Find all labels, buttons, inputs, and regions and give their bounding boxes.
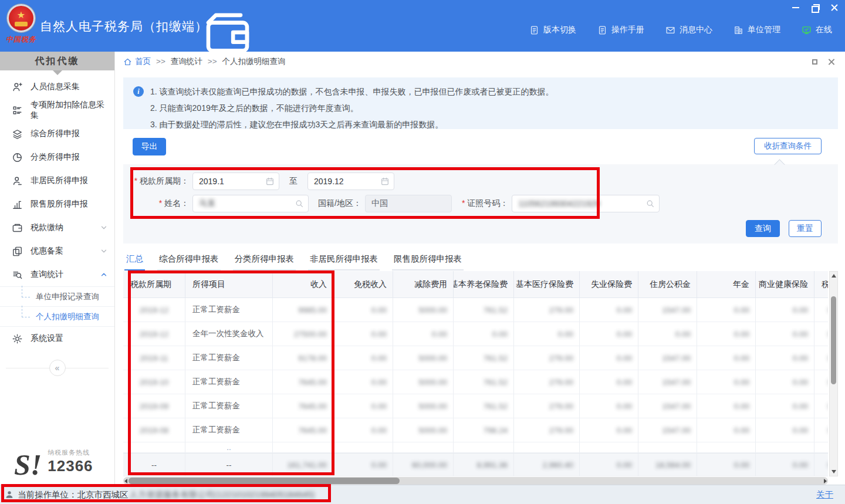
doc-icon [597, 25, 607, 35]
nav-item-1[interactable]: 版本切换 [529, 25, 576, 35]
column-header-6: 基本养老保险费 [454, 271, 514, 298]
cell-value: 0.00 [580, 322, 638, 346]
cell-value: 761.52 [454, 370, 514, 394]
sidebar-item-10[interactable]: 系统设置 [0, 327, 114, 350]
notice-line-3: 3. 由于数据处理的滞后性，建议您在申报成功3天之后再来查询最新的申报数据。 [150, 116, 829, 133]
cell-income-item: 全年一次性奖金收入 [185, 322, 273, 346]
period-to-input[interactable]: 2019.12 [307, 172, 394, 190]
search-list-icon [12, 269, 23, 280]
sidebar-item-5[interactable]: 非居民所得申报 [0, 169, 114, 192]
cell-value: 0.00 [697, 394, 756, 418]
sidebar-item-3[interactable]: 综合所得申报 [0, 122, 114, 146]
nationality-input: 中国 [365, 195, 452, 212]
wallet2-icon [12, 222, 23, 234]
sidebar-item-label: 人员信息采集 [31, 82, 80, 92]
about-link[interactable]: 关于 [816, 489, 833, 500]
total-value: 161,741.00 [273, 453, 333, 476]
cell-value: 0.00 [756, 346, 814, 370]
cell-value: 0.00 [756, 394, 814, 418]
breadcrumb-home-label: 首页 [135, 56, 151, 67]
tab-2[interactable]: 综合所得申报表 [157, 251, 221, 270]
cell-value: 0.00 [454, 322, 514, 346]
cell-income-item: 正常工资薪金 [185, 370, 273, 394]
scroll-up-icon[interactable] [830, 272, 837, 280]
building-icon [734, 25, 743, 35]
nav-item-3[interactable]: 消息中心 [665, 25, 712, 35]
doc-icon [529, 25, 539, 35]
table-header: 税款所属期所得项目收入免税收入减除费用基本养老保险费基本医疗保险费失业保险费住房… [123, 271, 828, 298]
search-icon[interactable] [645, 199, 655, 208]
restore-button[interactable] [810, 3, 820, 12]
minimize-button[interactable] [791, 3, 800, 12]
sidebar-item-4[interactable]: 分类所得申报 [0, 146, 114, 169]
search-button[interactable]: 查询 [746, 220, 780, 237]
export-button[interactable]: 导出 [133, 138, 166, 155]
sidebar-item-2[interactable]: 专项附加扣除信息采集 [0, 99, 114, 122]
cell-period: 2019-11 [123, 346, 185, 370]
reset-button[interactable]: 重置 [789, 220, 822, 237]
vertical-scroll-thumb[interactable] [831, 296, 836, 384]
sidebar-menu: 人员信息采集专项附加扣除信息采集综合所得申报分类所得申报非居民所得申报限售股所得… [0, 70, 114, 350]
cell-value: 0.00 [756, 298, 814, 322]
tab-4[interactable]: 非居民所得申报表 [308, 251, 380, 270]
sidebar-submenu: 单位申报记录查询个人扣缴明细查询 [0, 286, 114, 327]
tab-5[interactable]: 限售股所得申报表 [392, 251, 464, 270]
total-item: -- [185, 453, 273, 476]
horizontal-scroll-thumb[interactable] [129, 478, 400, 484]
calendar-icon[interactable] [380, 177, 390, 186]
sidebar-item-8[interactable]: 优惠备案 [0, 239, 114, 263]
main-content: 首页 >>查询统计>>个人扣缴明细查询 i 1. 该查询统计表仅能查询已申报成功… [115, 52, 845, 485]
cell-value [697, 442, 756, 453]
sidebar-item-1[interactable]: 人员信息采集 [0, 75, 114, 99]
breadcrumb-home-link[interactable]: 首页 [123, 56, 151, 67]
nav-item-4[interactable]: 单位管理 [734, 25, 780, 35]
sidebar-item-7[interactable]: 税款缴纳 [0, 216, 114, 239]
table-row: 2019-08正常工资薪金7645.000.005000.00798.24279… [123, 418, 828, 442]
chevron-down-icon [100, 248, 107, 255]
cell-value: 0.00 [393, 322, 454, 346]
cell-value: 5000.00 [393, 394, 454, 418]
chevron-up-icon [100, 271, 107, 278]
sidebar-subitem-2[interactable]: 个人扣缴明细查询 [0, 307, 114, 327]
sidebar-item-6[interactable]: 限售股所得申报 [0, 192, 114, 216]
table-row: 2019-11正常工资薪金9178.000.005000.00761.52279… [123, 346, 828, 370]
cell-value [638, 442, 697, 453]
vertical-scrollbar[interactable] [829, 271, 838, 476]
sidebar-item-label: 非居民所得申报 [31, 175, 88, 186]
close-button[interactable] [830, 3, 839, 12]
calendar-icon[interactable] [265, 177, 275, 186]
horizontal-scrollbar[interactable] [123, 477, 828, 485]
cell-value: 27500.00 [273, 322, 333, 346]
cell-value: 0.00 [697, 370, 756, 394]
column-header-10: 年金 [697, 271, 756, 298]
tab-3[interactable]: 分类所得申报表 [233, 251, 296, 270]
collapse-query-button[interactable]: 收折查询条件 [754, 138, 822, 154]
search-icon[interactable] [295, 199, 304, 208]
sidebar-item-9[interactable]: 查询统计 [0, 263, 114, 286]
name-input[interactable]: 马某 [192, 195, 309, 212]
nav-item-5[interactable]: 在线 [802, 25, 832, 35]
total-value: 0.00 [697, 453, 756, 476]
national-emblem-icon [7, 4, 35, 32]
result-tabs: 汇总综合所得申报表分类所得申报表非居民所得申报表限售股所得申报表 [124, 251, 464, 270]
total-value: 8,991.36 [454, 453, 514, 476]
table-row: 2019-12正常工资薪金9985.000.005000.00761.52279… [123, 298, 828, 322]
cell-value: 5000.00 [393, 346, 454, 370]
tax-hotline-logo: S! 纳税服务热线 12366 [14, 448, 93, 476]
panel-maximize-icon[interactable] [811, 58, 819, 66]
sidebar-collapse-row: « [0, 360, 114, 377]
sidebar-item-label: 分类所得申报 [31, 152, 80, 163]
cell-value: 761.52 [454, 298, 514, 322]
nav-item-2[interactable]: 操作手册 [597, 25, 644, 35]
cell-value: 761.52 [454, 394, 514, 418]
sidebar-collapse-button[interactable]: « [49, 360, 66, 376]
sidebar-subitem-1[interactable]: 单位申报记录查询 [0, 287, 114, 307]
operator-blurred: 人力资源服务有限公司(12210102199405184645) [130, 489, 315, 500]
tab-1[interactable]: 汇总 [124, 251, 145, 270]
cert-input[interactable]: 110562199304221929 [512, 195, 660, 212]
scroll-down-icon[interactable] [830, 468, 837, 476]
panel-close-icon[interactable] [828, 58, 836, 66]
cell-value: 0.00 [333, 418, 393, 442]
period-from-input[interactable]: 2019.1 [192, 172, 279, 190]
table-header-row: 税款所属期所得项目收入免税收入减除费用基本养老保险费基本医疗保险费失业保险费住房… [123, 271, 828, 298]
